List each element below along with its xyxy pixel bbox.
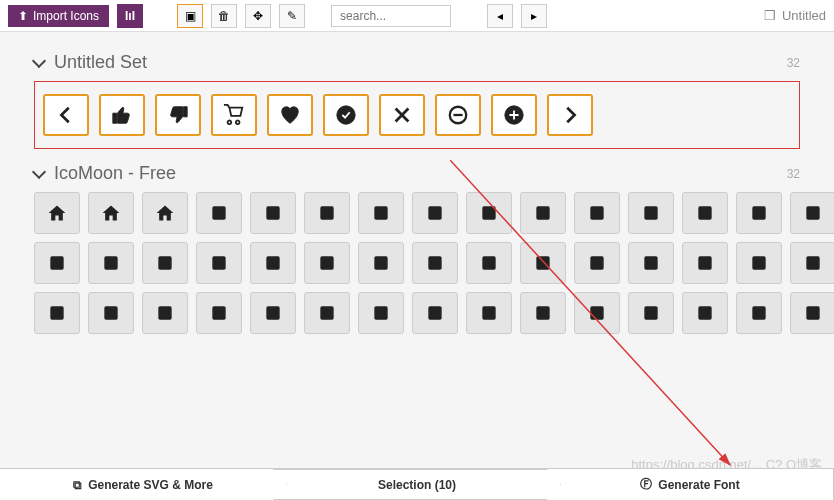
icon-cell-file[interactable] [142, 292, 188, 334]
selected-icon-thumb-down[interactable] [155, 94, 201, 136]
nav-next-button[interactable]: ▸ [521, 4, 547, 28]
icon-cell-stack[interactable] [412, 292, 458, 334]
icon-cell-music[interactable] [88, 242, 134, 284]
icon-cell-bullhorn[interactable] [574, 242, 620, 284]
stack-icon: ❒ [764, 8, 776, 23]
icon-cell-paint[interactable] [682, 192, 728, 234]
tab-generate-svg[interactable]: ⧉Generate SVG & More [0, 469, 287, 500]
selected-icon-chevron-right[interactable] [547, 94, 593, 136]
nav-prev-button[interactable]: ◂ [487, 4, 513, 28]
select-tool-button[interactable]: ▣ [177, 4, 203, 28]
selected-icon-heart[interactable] [267, 94, 313, 136]
icon-cell-play[interactable] [142, 242, 188, 284]
icon-cell-film[interactable] [196, 242, 242, 284]
icon-cell-newspaper[interactable] [250, 192, 296, 234]
selected-icons-row [34, 81, 800, 149]
selected-icon-cart[interactable] [211, 94, 257, 136]
set-header-icomoon[interactable]: IcoMoon - Free 32 [34, 163, 800, 184]
icon-cell-tags[interactable] [736, 292, 782, 334]
icon-cell-clubs[interactable] [466, 242, 512, 284]
icon-cell-quill[interactable] [412, 192, 458, 234]
icon-cell-profile[interactable] [196, 292, 242, 334]
icon-cell-folder3[interactable] [628, 292, 674, 334]
icon-cell-mic[interactable] [736, 242, 782, 284]
icon-cell-headphones[interactable] [34, 242, 80, 284]
icon-cell-pencil[interactable] [304, 192, 350, 234]
icon-cell-dice[interactable] [304, 242, 350, 284]
icon-cell-pencil2[interactable] [358, 192, 404, 234]
bottom-tabs: ⧉Generate SVG & More Selection (10) ⒻGen… [0, 468, 834, 500]
icon-cell-book[interactable] [790, 242, 834, 284]
icon-cell-pacman[interactable] [358, 242, 404, 284]
icon-cell-file2[interactable] [250, 292, 296, 334]
upload-icon: ⬆ [18, 9, 28, 23]
chevron-down-icon [32, 53, 46, 67]
selected-icon-close[interactable] [379, 94, 425, 136]
search-input[interactable] [331, 5, 451, 27]
icon-cell-home2[interactable] [88, 192, 134, 234]
delete-tool-button[interactable]: 🗑 [211, 4, 237, 28]
icon-cell-image[interactable] [736, 192, 782, 234]
icon-cell-folder[interactable] [466, 292, 512, 334]
font-icon: Ⓕ [640, 476, 652, 493]
icon-cell-camera2[interactable] [250, 242, 296, 284]
selected-icon-chevron-left[interactable] [43, 94, 89, 136]
icon-cell-file3[interactable] [304, 292, 350, 334]
chevron-down-icon [32, 164, 46, 178]
icon-cell-eyedropper[interactable] [574, 192, 620, 234]
icon-cell-library[interactable] [88, 292, 134, 334]
selected-icon-thumb-up[interactable] [99, 94, 145, 136]
icon-cell-books[interactable] [34, 292, 80, 334]
code-icon: ⧉ [73, 478, 82, 492]
icon-cell-diamonds[interactable] [520, 242, 566, 284]
selected-icon-minus-circle[interactable] [435, 94, 481, 136]
icon-cell-podcast[interactable] [628, 242, 674, 284]
toolbar: ⬆Import Icons IıI ▣ 🗑 ✥ ✎ ◂ ▸ ❒Untitled [0, 0, 834, 32]
icon-cell-home3[interactable] [142, 192, 188, 234]
project-name[interactable]: ❒Untitled [764, 8, 826, 23]
icon-cell-folder2[interactable] [574, 292, 620, 334]
icon-cell-feed[interactable] [682, 242, 728, 284]
icon-cell-home[interactable] [34, 192, 80, 234]
icon-cell-folder-open[interactable] [520, 292, 566, 334]
icon-grid [34, 192, 800, 334]
icon-cell-droplet[interactable] [628, 192, 674, 234]
icon-cell-spades[interactable] [412, 242, 458, 284]
import-icons-button[interactable]: ⬆Import Icons [8, 5, 109, 27]
tab-selection[interactable]: Selection (10) [273, 469, 561, 500]
library-button[interactable]: IıI [117, 4, 143, 28]
icon-cell-camera[interactable] [790, 192, 834, 234]
icon-cell-tag[interactable] [682, 292, 728, 334]
tab-generate-font[interactable]: ⒻGenerate Font [547, 469, 834, 500]
move-tool-button[interactable]: ✥ [245, 4, 271, 28]
icon-cell-blog[interactable] [520, 192, 566, 234]
icon-cell-barcode[interactable] [790, 292, 834, 334]
edit-tool-button[interactable]: ✎ [279, 4, 305, 28]
selected-icon-plus-circle[interactable] [491, 94, 537, 136]
icon-cell-file4[interactable] [358, 292, 404, 334]
icon-cell-office[interactable] [196, 192, 242, 234]
selected-icon-check-circle[interactable] [323, 94, 369, 136]
set-header-untitled[interactable]: Untitled Set 32 [34, 52, 800, 73]
icon-cell-pen[interactable] [466, 192, 512, 234]
